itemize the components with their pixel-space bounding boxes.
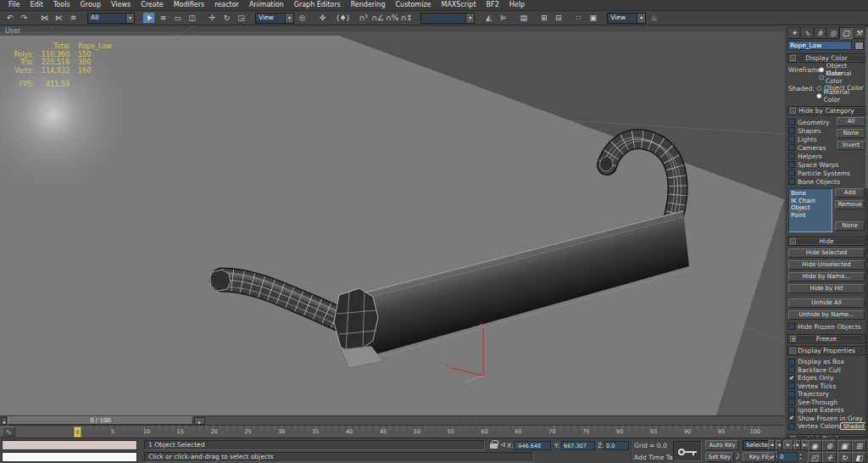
unhide-by-name-button[interactable]: Unhide by Name... (788, 310, 865, 320)
selection-filter-dropdown[interactable]: All (87, 13, 135, 24)
category-none-button[interactable]: None (835, 221, 865, 231)
tab-utilities[interactable]: ⚒ (853, 27, 865, 39)
category-checkbox-row[interactable]: Particle Systems (788, 169, 865, 177)
zoom-button[interactable]: ◉ (808, 440, 822, 451)
align-button[interactable]: ⊫ (497, 12, 509, 24)
category-checkbox-row[interactable]: Bone Objects (788, 177, 865, 186)
hide-selected-button[interactable]: Hide Selected (788, 248, 865, 258)
hide-frozen-objects-checkbox[interactable]: Hide Frozen Objects (788, 322, 865, 331)
hide-category-none-button[interactable]: None (837, 129, 865, 138)
radio-wireframe-material-color[interactable]: ○ Material Color (819, 73, 865, 81)
category-list-item[interactable]: Bone (791, 190, 830, 198)
next-frame-button[interactable]: ▶ (794, 440, 801, 450)
rollout-header-display-color[interactable]: - Display Color (787, 53, 865, 63)
object-color-swatch[interactable] (854, 42, 864, 50)
hide-category-all-button[interactable]: All (837, 117, 865, 126)
select-and-scale-button[interactable]: ◲ (235, 12, 248, 24)
maximize-viewport-toggle-button[interactable]: ◧ (852, 452, 866, 463)
menu-item[interactable]: Help (504, 0, 530, 10)
viewport-label[interactable]: User (5, 27, 20, 35)
select-and-rotate-button[interactable]: ↻ (220, 12, 233, 24)
pan-button[interactable]: ✛ (822, 452, 837, 463)
angle-snap-toggle-button[interactable]: ∩∠ (371, 12, 384, 24)
tab-create[interactable]: ✦ (787, 27, 800, 39)
region-zoom-button[interactable]: ◰ (808, 452, 822, 463)
key-mode-toggle-button[interactable]: ⇄ (768, 452, 776, 462)
category-checkbox-row[interactable]: Helpers (788, 152, 865, 160)
select-and-link-button[interactable]: ⋈ (38, 12, 51, 24)
track-bar[interactable]: ∿ 05101520253035404550556065707580859095… (0, 425, 784, 438)
rectangular-selection-region-button[interactable]: ▭ (171, 12, 184, 24)
display-property-row[interactable]: Vertex Colors Shaded (788, 422, 865, 431)
window-crossing-toggle-button[interactable]: ◫ (186, 12, 198, 24)
snaps-toggle-button[interactable]: ∩³ (357, 12, 370, 24)
render-type-dropdown[interactable]: View (607, 13, 646, 24)
category-list-box[interactable]: BoneIK Chain ObjectPoint (788, 188, 832, 232)
current-frame-field[interactable] (777, 452, 798, 462)
hide-by-name-button[interactable]: Hide by Name... (788, 272, 865, 282)
tab-display[interactable]: ▢ (839, 27, 852, 39)
display-property-row[interactable]: See-Through (788, 399, 865, 407)
menu-item[interactable]: Group (75, 0, 106, 10)
open-mini-curve-editor-button[interactable]: ∿ (2, 427, 15, 437)
arc-rotate-button[interactable]: ↻ (837, 452, 852, 463)
zoom-extents-button[interactable]: ▣ (837, 440, 852, 451)
y-coordinate-field[interactable] (561, 441, 595, 450)
rollout-header-hide[interactable]: - Hide (787, 237, 865, 246)
category-remove-button[interactable]: Remove (835, 200, 865, 209)
time-slider-handle[interactable]: 0 / 100 (8, 416, 193, 425)
zoom-extents-all-button[interactable]: ⊞ (852, 440, 866, 451)
menu-item[interactable]: File (3, 0, 25, 10)
hide-category-invert-button[interactable]: Invert (837, 141, 865, 150)
menu-item[interactable]: reactor (209, 0, 244, 10)
reference-coordinate-system-dropdown[interactable]: View (255, 13, 294, 24)
menu-item[interactable]: Rendering (346, 0, 391, 10)
play-button[interactable]: ▶ (783, 440, 793, 450)
tab-motion[interactable]: ◎ (826, 27, 839, 39)
viewport-user[interactable]: z x User Total Rope_Low (0, 25, 784, 416)
previous-frame-button[interactable]: ◀ (776, 440, 782, 450)
mirror-button[interactable]: ◭ (482, 12, 495, 24)
z-coordinate-field[interactable] (604, 441, 629, 450)
rollout-header-display-properties[interactable]: - Display Properties (787, 346, 865, 355)
hide-unselected-button[interactable]: Hide Unselected (788, 260, 865, 270)
display-property-row[interactable]: ✔ Show Frozen in Gray (788, 415, 865, 423)
next-frame-arrow[interactable]: ▸ (194, 417, 205, 425)
previous-frame-arrow[interactable]: ◂ (1, 417, 7, 425)
category-checkbox-row[interactable]: Space Warps (788, 160, 865, 169)
select-by-name-button[interactable]: ≡ (157, 12, 170, 24)
bind-to-space-warp-button[interactable]: ≋ (67, 12, 80, 24)
display-property-row[interactable]: ✔ Edges Only (788, 374, 865, 382)
maxscript-mini-listener-white[interactable] (2, 452, 137, 462)
select-and-manipulate-button[interactable]: ✜ (316, 12, 329, 24)
quick-render-button[interactable]: ♨ (648, 12, 660, 24)
shaded-mode-button[interactable]: Shaded (840, 422, 867, 430)
set-keys-button[interactable] (673, 441, 702, 461)
menu-item[interactable]: Views (106, 0, 136, 10)
tab-modify[interactable]: ∿ (800, 27, 813, 39)
redo-button[interactable]: ↷ (18, 12, 31, 24)
menu-item[interactable]: Create (136, 0, 169, 10)
rollout-header-freeze[interactable]: + Freeze (787, 334, 865, 343)
go-to-start-button[interactable]: |◀ (768, 440, 775, 450)
display-property-row[interactable]: Trajectory (788, 390, 865, 399)
use-pivot-point-center-button[interactable]: ◎ (296, 12, 309, 24)
select-and-move-button[interactable]: ✛ (206, 12, 219, 24)
tab-hierarchy[interactable]: ⋔ (814, 27, 826, 39)
material-editor-button[interactable]: ∷ (572, 12, 585, 24)
display-property-row[interactable]: Display as Box (788, 358, 865, 366)
menu-item[interactable]: Edit (25, 0, 48, 10)
curve-editor-button[interactable]: ⊞ (537, 12, 550, 24)
x-coordinate-field[interactable] (514, 441, 551, 450)
spinner-snap-toggle-button[interactable]: ∩↕ (400, 12, 413, 24)
menu-item[interactable]: Graph Editors (289, 0, 346, 10)
set-key-button[interactable]: Set Key (705, 452, 734, 462)
menu-item[interactable]: Modifiers (169, 0, 210, 10)
menu-item[interactable]: BF2 (481, 0, 504, 10)
hide-by-hit-button[interactable]: Hide by Hit (788, 284, 865, 293)
select-object-button[interactable]: ➤ (142, 12, 155, 24)
menu-item[interactable]: Customize (390, 0, 436, 10)
maxscript-mini-listener-pink[interactable] (2, 440, 137, 450)
auto-key-button[interactable]: Auto Key (705, 440, 739, 450)
keyboard-shortcut-override-button[interactable]: (♦) (337, 12, 349, 24)
